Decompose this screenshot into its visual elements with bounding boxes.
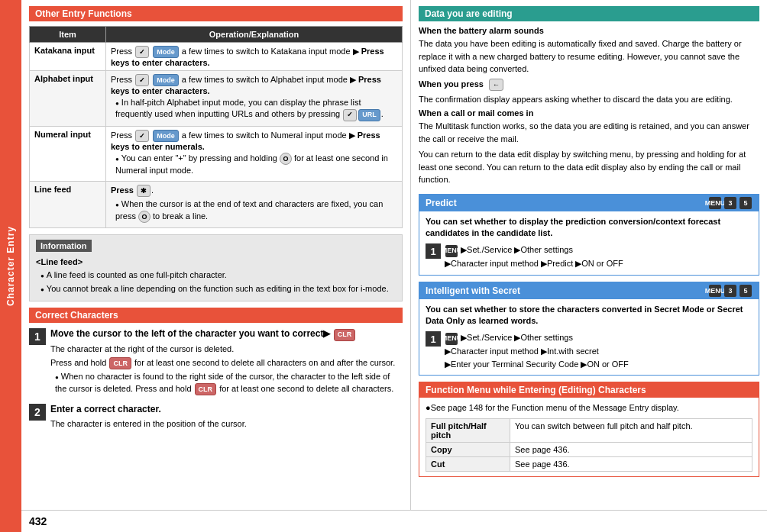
arrow-predict-3: ▶ [445, 259, 451, 268]
arrow-int-4: ▶ [541, 347, 547, 356]
step-1-desc1: The character at the right of the cursor… [50, 343, 403, 355]
func-desc-pitch: You can switch between full pitch and ha… [510, 419, 752, 443]
func-table-row: Copy See page 436. [426, 443, 752, 457]
linefeed-bullets: When the cursor is at the end of text an… [111, 198, 397, 223]
menu-icon: MENU [709, 197, 721, 209]
intelligent-title: Intelligent with Secret [426, 285, 520, 296]
intelligent-body: You can set whether to store the charact… [419, 299, 759, 376]
func-table-row: Full pitch/Half pitch You can switch bet… [426, 419, 752, 443]
clr-key-3: CLR [195, 383, 217, 395]
function-menu-intro: ●See page 148 for the Function menu of t… [426, 402, 752, 414]
battery-alarm-text: The data you have been editing is automa… [419, 37, 759, 76]
func-item-copy: Copy [426, 443, 510, 457]
predict-description: You can set whether to display the predi… [426, 216, 752, 240]
func-desc-copy: See page 436. [510, 443, 752, 457]
intelligent-description: You can set whether to store the charact… [426, 304, 752, 327]
main-content: Other Entry Functions Item Operation/Exp… [21, 0, 767, 532]
intelligent-num2: 5 [739, 285, 752, 297]
step-2-title: Enter a correct character. [50, 403, 403, 416]
battery-alarm-title: When the battery alarm sounds [419, 26, 759, 35]
numeral-bullets: You can enter "+" by pressing and holdin… [111, 153, 397, 177]
table-row: Line feed Press ✱. When the cursor is at… [30, 182, 403, 228]
col-header-item: Item [30, 27, 106, 43]
check-key: ✓ [135, 46, 149, 58]
intelligent-num1: 3 [724, 285, 736, 297]
predict-body: You can set whether to display the predi… [419, 211, 759, 275]
step-2-content: Enter a correct character. The character… [50, 403, 403, 430]
entry-functions-table: Item Operation/Explanation Katakana inpu… [29, 26, 403, 228]
o-key: O [280, 153, 292, 165]
menu-badge-predict: MENU [445, 245, 458, 257]
data-editing-section: Data you are editing When the battery al… [419, 6, 759, 186]
predict-section: Predict MENU 3 5 You can set whether to … [419, 194, 759, 276]
operation-linefeed: Press ✱. When the cursor is at the end o… [106, 182, 403, 228]
operation-alphabet: Press ✓ Mode a few times to switch to Al… [106, 71, 403, 127]
back-key: ← [489, 79, 503, 91]
step-1: 1 Move the cursor to the left of the cha… [29, 327, 403, 397]
page-number: 432 [21, 510, 767, 532]
mail-title: When a call or mail comes in [419, 108, 759, 118]
data-editing-header: Data you are editing [419, 6, 759, 21]
right-column: Data you are editing When the battery al… [411, 0, 767, 510]
press-label-3: Press [111, 131, 134, 140]
press-text: The confirmation display appears asking … [419, 93, 759, 106]
press-title-text: When you press [419, 79, 484, 89]
arrow-predict-2: ▶ [514, 245, 520, 254]
press-label: Press [111, 47, 134, 56]
information-header: Information [36, 240, 92, 252]
predict-title: Predict [426, 198, 457, 208]
step-2: 2 Enter a correct character. The charact… [29, 403, 403, 430]
arrow-int-5: ▶ [445, 360, 451, 369]
predict-num2: 5 [739, 197, 752, 209]
check-key-2: ✓ [135, 74, 149, 86]
predict-step-num: 1 [426, 243, 441, 259]
arrow-1: ▶ [353, 47, 359, 56]
star-key: ✱ [137, 185, 150, 197]
alphabet-text1: a few times to switch to Alphabet input … [182, 75, 348, 84]
arrow-int-2: ▶ [514, 333, 520, 342]
item-linefeed: Line feed [30, 182, 106, 228]
step-1-number: 1 [29, 328, 46, 345]
two-col-layout: Other Entry Functions Item Operation/Exp… [21, 0, 767, 510]
intelligent-step-text: MENU ▶Set./Service ▶Other settings ▶Char… [445, 331, 629, 370]
step-1-bullet: When no character is found to the right … [55, 371, 403, 395]
func-item-cut: Cut [426, 457, 510, 472]
arrow-predict-4: ▶ [541, 259, 547, 268]
intelligent-section: Intelligent with Secret MENU 3 5 You can… [419, 282, 759, 376]
col-header-operation: Operation/Explanation [106, 27, 403, 43]
function-menu-header: Function Menu while Entering (Editing) C… [419, 382, 759, 398]
predict-step-1: 1 MENU ▶Set./Service ▶Other settings ▶Ch… [426, 243, 752, 269]
info-bullets: A line feed is counted as one full-pitch… [36, 269, 396, 295]
press-title: When you press ← [419, 79, 759, 91]
arrow-predict-1: ▶ [461, 245, 467, 254]
step-1-desc2: Press and hold CLR for at least one seco… [50, 357, 403, 369]
information-box: Information <Line feed> A line feed is c… [29, 234, 403, 301]
linefeed-bold: Press [111, 185, 136, 195]
function-menu-section: Function Menu while Entering (Editing) C… [419, 382, 759, 477]
func-table-row: Cut See page 436. [426, 457, 752, 472]
function-menu-table: Full pitch/Half pitch You can switch bet… [426, 418, 752, 472]
left-column: Other Entry Functions Item Operation/Exp… [21, 0, 411, 510]
predict-step-text: MENU ▶Set./Service ▶Other settings ▶Char… [445, 243, 623, 269]
operation-katakana: Press ✓ Mode a few times to switch to Ka… [106, 43, 403, 71]
mail-text2: You can return to the data edit display … [419, 148, 759, 186]
step-1-bullets: When no character is found to the right … [50, 371, 403, 395]
bullet-item: You can enter "+" by pressing and holdin… [115, 153, 397, 177]
function-menu-body: ●See page 148 for the Function menu of t… [419, 398, 759, 476]
alphabet-bullets: In half-pitch Alphabet input mode, you c… [111, 97, 397, 121]
table-row: Katakana input Press ✓ Mode a few times … [30, 43, 403, 71]
operation-numeral: Press ✓ Mode a few times to switch to Nu… [106, 126, 403, 182]
url-key: URL [358, 109, 380, 121]
item-alphabet: Alphabet input [30, 71, 106, 127]
predict-header: Predict MENU 3 5 [419, 195, 759, 211]
item-katakana: Katakana input [30, 43, 106, 71]
other-entry-functions-header: Other Entry Functions [29, 6, 403, 21]
intelligent-badges: MENU 3 5 [708, 285, 752, 297]
clr-key: CLR [334, 329, 356, 341]
press-label-2: Press [111, 75, 134, 84]
menu-badge-intelligent: MENU [445, 333, 458, 345]
table-row: Alphabet input Press ✓ Mode a few times … [30, 71, 403, 127]
numeral-text1: a few times to switch to Numeral input m… [182, 131, 347, 140]
step-1-content: Move the cursor to the left of the chara… [50, 327, 403, 397]
mail-text1: The Multitask function works, so the dat… [419, 120, 759, 145]
